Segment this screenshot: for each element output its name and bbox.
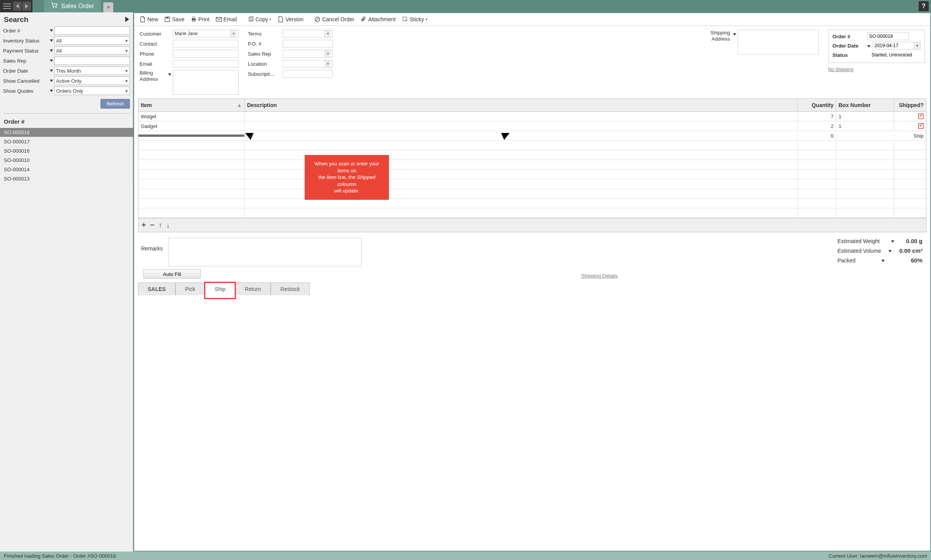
tab-pick[interactable]: Pick <box>176 283 205 295</box>
order-list-item[interactable]: SO-000013 <box>0 174 133 184</box>
cell-box[interactable]: 1 <box>836 121 894 131</box>
help-button[interactable]: ? <box>919 1 929 11</box>
table-row[interactable] <box>138 189 926 199</box>
caret-icon[interactable] <box>733 30 738 37</box>
email-button[interactable]: Email <box>213 15 239 23</box>
menu-button[interactable] <box>2 2 12 11</box>
table-row[interactable] <box>138 208 926 218</box>
cell-qty[interactable] <box>798 160 836 169</box>
cell-shipped[interactable] <box>894 189 926 198</box>
grid-down-button[interactable]: ↓ <box>166 221 170 230</box>
info-order-date-input[interactable] <box>873 42 914 49</box>
cell-box[interactable] <box>836 179 894 189</box>
tab-add-button[interactable]: + <box>103 2 113 12</box>
cell-shipped[interactable] <box>894 141 926 150</box>
shipping-address-textarea[interactable] <box>738 30 819 54</box>
order-list-item[interactable]: SO-000018 <box>0 128 133 137</box>
order-list-item[interactable]: SO-000010 <box>0 156 133 165</box>
grid-remove-button[interactable]: − <box>150 221 155 230</box>
cell-item[interactable] <box>138 160 245 169</box>
shipping-details-link[interactable]: Shipping Details <box>581 273 618 279</box>
cell-shipped[interactable] <box>894 199 926 208</box>
table-row[interactable]: Gadget21 <box>138 121 926 131</box>
cell-item[interactable]: Widget <box>138 112 245 121</box>
email-input[interactable] <box>173 60 239 68</box>
phone-input[interactable] <box>173 50 239 58</box>
grid-up-button[interactable]: ↑ <box>158 221 162 230</box>
caret-icon[interactable] <box>888 248 892 254</box>
cell-shipped[interactable] <box>894 121 926 131</box>
table-row[interactable] <box>138 160 926 170</box>
cell-box[interactable]: 1 <box>836 112 894 121</box>
subscription-input[interactable] <box>283 70 333 78</box>
order-list-item[interactable]: SO-000014 <box>0 165 133 174</box>
caret-icon[interactable] <box>49 80 54 82</box>
collapse-icon[interactable] <box>125 17 129 23</box>
cell-box[interactable] <box>836 160 894 169</box>
caret-icon[interactable] <box>49 49 54 52</box>
cell-desc[interactable] <box>245 208 798 218</box>
cell-shipped[interactable] <box>894 208 926 218</box>
cell-shipped[interactable] <box>894 112 926 121</box>
save-button[interactable]: Save <box>162 15 187 23</box>
attachment-button[interactable]: Attachment <box>358 15 398 23</box>
cell-desc[interactable] <box>245 112 798 121</box>
cell-item[interactable] <box>138 208 245 218</box>
print-button[interactable]: Print <box>188 15 212 23</box>
cell-box[interactable] <box>836 208 894 218</box>
cell-item[interactable] <box>138 150 245 160</box>
caret-icon[interactable] <box>867 43 870 49</box>
search-show-cancelled-select[interactable]: Active Only▾ <box>54 77 130 85</box>
cell-box[interactable] <box>836 150 894 160</box>
cell-shipped[interactable] <box>894 150 926 160</box>
contact-input[interactable] <box>173 40 239 48</box>
billing-textarea[interactable] <box>173 70 239 95</box>
caret-icon[interactable] <box>168 70 173 77</box>
new-button[interactable]: New <box>137 15 160 23</box>
cell-qty[interactable]: 0 <box>798 132 836 140</box>
col-quantity[interactable]: Quantity <box>798 99 836 111</box>
cell-box[interactable] <box>836 141 894 150</box>
tab-return[interactable]: Return <box>235 283 271 295</box>
copy-button[interactable]: Copy▾ <box>246 15 274 23</box>
tab-sales-order[interactable]: Sales Order <box>44 0 101 12</box>
col-item[interactable]: Item▲ <box>138 99 245 111</box>
col-shipped[interactable]: Shipped? <box>894 99 926 111</box>
cell-shipped[interactable] <box>894 179 926 189</box>
cancel-order-button[interactable]: Cancel Order <box>312 15 356 23</box>
search-show-quotes-select[interactable]: Orders Only▾ <box>54 87 130 95</box>
cell-qty[interactable]: 7 <box>798 112 836 121</box>
salesrep-select[interactable]: ▾ <box>283 50 333 58</box>
order-list-item[interactable]: SO-000016 <box>0 146 133 156</box>
cell-shipped[interactable] <box>894 160 926 169</box>
customer-select[interactable]: Marie Jane▾ <box>173 30 239 37</box>
cell-qty[interactable] <box>798 150 836 160</box>
caret-icon[interactable] <box>49 90 54 92</box>
cell-box[interactable] <box>836 199 894 208</box>
cell-item[interactable]: Gadget <box>138 121 245 131</box>
no-shipping-link[interactable]: No Shipping <box>828 67 925 72</box>
cell-qty[interactable] <box>798 189 836 198</box>
cell-item[interactable] <box>138 141 245 150</box>
cell-item[interactable] <box>138 170 245 179</box>
cell-desc[interactable] <box>245 141 798 150</box>
search-order-no-input[interactable] <box>54 26 130 35</box>
search-sales-rep-input[interactable] <box>54 56 130 65</box>
table-row[interactable] <box>138 179 926 189</box>
version-button[interactable]: Version <box>275 15 306 23</box>
search-order-date-select[interactable]: This Month▾ <box>54 66 130 75</box>
terms-select[interactable]: ▾ <box>283 30 333 37</box>
cell-item[interactable] <box>138 179 245 189</box>
search-pay-status-select[interactable]: All▾ <box>54 46 130 55</box>
caret-icon[interactable] <box>49 60 54 62</box>
cell-qty[interactable]: 2 <box>798 121 836 131</box>
cell-item[interactable] <box>138 199 245 208</box>
table-row[interactable] <box>138 199 926 208</box>
caret-icon[interactable] <box>49 39 54 42</box>
cell-item[interactable] <box>138 134 245 137</box>
location-select[interactable]: ▾ <box>283 60 333 68</box>
cell-shipped[interactable] <box>894 170 926 179</box>
cell-shipped[interactable]: Ship <box>894 132 926 140</box>
grid-add-button[interactable]: + <box>142 221 146 230</box>
po-input[interactable] <box>283 40 333 48</box>
